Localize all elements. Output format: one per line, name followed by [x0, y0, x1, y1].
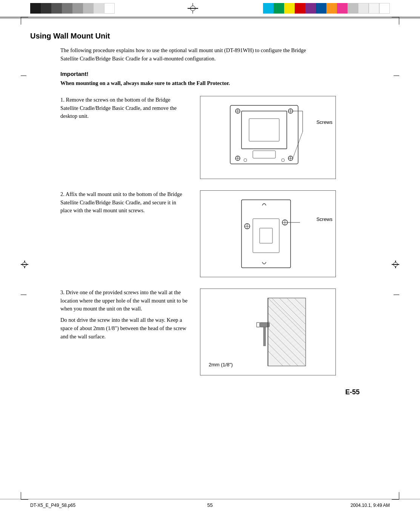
swatch-green: [274, 3, 284, 14]
step-2-number: 2.: [60, 191, 66, 197]
swatch-mid: [72, 3, 83, 14]
main-content: Using Wall Mount Unit The following proc…: [0, 20, 420, 419]
step-1-content: Remove the screws on the bottom of the B…: [60, 97, 177, 119]
screws-label-2: Screws: [316, 216, 332, 222]
swatch-blue: [316, 3, 326, 14]
swatch-silver: [348, 3, 358, 14]
step-1-text: 1. Remove the screws on the bottom of th…: [60, 96, 189, 120]
step-1-number: 1.: [60, 97, 66, 103]
swatch-purple: [305, 3, 316, 14]
step-2-text: 2. Affix the wall mount unit to the bott…: [60, 190, 189, 215]
intro-text: The following procedure explains how to …: [60, 46, 317, 63]
svg-rect-30: [260, 228, 272, 243]
footer-filename: DT-X5_E_P49_58.p65: [30, 503, 150, 508]
swatch-dark2: [51, 3, 62, 14]
svg-point-17: [244, 159, 247, 162]
swatch-black: [30, 3, 41, 14]
corner-bl: [21, 492, 28, 500]
step-3-number: 3.: [60, 289, 66, 295]
mm-label: 2mm (1/8"): [209, 362, 233, 367]
swatch-lighter: [94, 3, 104, 14]
swatch-yellow: [284, 3, 295, 14]
color-swatches: [263, 3, 390, 14]
swatch-mid-dark: [62, 3, 72, 14]
swatch-light-gray: [358, 3, 369, 14]
step-3-diagram: 2mm (1/8"): [200, 289, 336, 375]
step-2-row: 2. Affix the wall mount unit to the bott…: [60, 190, 390, 277]
svg-rect-22: [242, 200, 291, 268]
important-warning: When mounting on a wall, always make sur…: [60, 79, 390, 87]
step-3-content-2: Do not drive the screw into the wall all…: [60, 316, 189, 341]
swatch-dark: [41, 3, 51, 14]
page-number: E-55: [30, 387, 390, 396]
svg-rect-46: [263, 327, 266, 346]
footer: DT-X5_E_P49_58.p65 55 2004.10.1, 9:49 AM: [0, 499, 420, 511]
swatch-white: [104, 3, 115, 14]
corner-br: [392, 492, 399, 500]
svg-line-20: [293, 132, 303, 158]
gray-rule: [0, 17, 420, 19]
page-title: Using Wall Mount Unit: [30, 32, 390, 40]
footer-page: 55: [150, 502, 270, 508]
center-crosshair-area: [122, 3, 263, 14]
swatch-light: [83, 3, 94, 14]
cradle-diagram-1: [219, 100, 317, 175]
step-2-content: Affix the wall mount unit to the bottom …: [60, 191, 182, 214]
swatch-pink: [337, 3, 348, 14]
svg-point-18: [282, 159, 285, 162]
footer-date: 2004.10.1, 9:49 AM: [270, 503, 390, 508]
swatch-cyan: [263, 3, 274, 14]
screw-spacing-diagram: [219, 290, 317, 374]
svg-rect-1: [242, 111, 287, 149]
swatch-near-white: [369, 3, 379, 14]
top-bar: [0, 0, 420, 15]
svg-rect-29: [253, 219, 279, 253]
svg-rect-16: [253, 151, 275, 158]
steps-container: 1. Remove the screws on the bottom of th…: [60, 96, 390, 375]
step-1-diagram: Screws: [200, 96, 336, 179]
swatch-orange: [326, 3, 337, 14]
swatch-red: [295, 3, 305, 14]
svg-rect-0: [230, 105, 298, 164]
step-3-row: 3. Drive one of the provided screws into…: [60, 289, 390, 375]
screws-label-1: Screws: [316, 119, 332, 125]
center-crosshair: [188, 3, 198, 14]
step-2-diagram: Screws: [200, 190, 336, 277]
step-1-row: 1. Remove the screws on the bottom of th…: [60, 96, 390, 179]
svg-rect-2: [249, 119, 279, 141]
swatch-white2: [379, 3, 390, 14]
step-3-content-1: Drive one of the provided screws into th…: [60, 289, 188, 312]
grayscale-swatches: [30, 3, 115, 14]
important-heading: Important!: [60, 71, 390, 77]
step-3-text: 3. Drive one of the provided screws into…: [60, 289, 189, 344]
wall-mount-diagram: [219, 192, 317, 275]
